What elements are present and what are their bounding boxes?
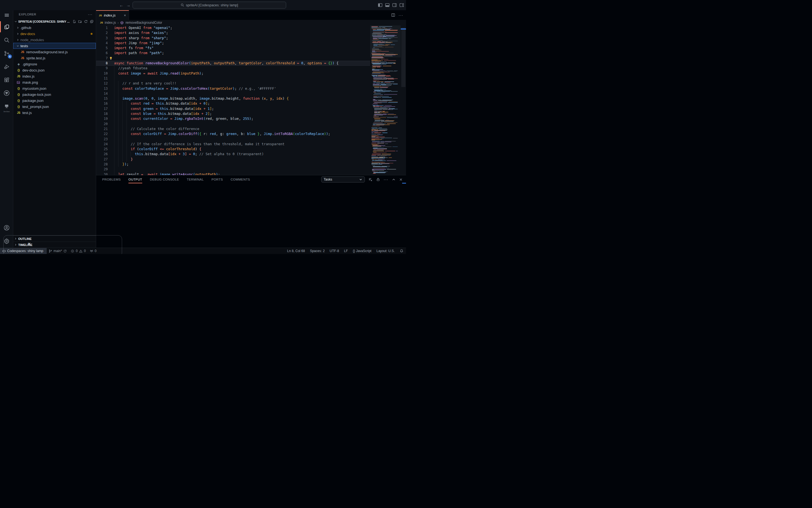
tree-item-node-modules[interactable]: node_modules [13, 37, 96, 43]
split-editor-button[interactable] [391, 13, 395, 17]
code-line-2[interactable]: 2import axios from "axios"; [96, 30, 370, 35]
code-line-26[interactable]: 26 this.bitmap.data[idx + 3] = 0; // Set… [96, 152, 370, 157]
output-channel-select[interactable]: Tasks [321, 176, 365, 182]
nav-forward-button[interactable]: → [126, 3, 130, 7]
sidebar-item-extensions[interactable] [0, 73, 13, 86]
new-folder-button[interactable] [78, 19, 82, 24]
notifications-bell-button[interactable] [397, 248, 406, 254]
editor-scrollbar[interactable] [401, 26, 406, 175]
tree-item--github[interactable]: .github [13, 25, 96, 31]
outline-section-header[interactable]: OUTLINE [13, 236, 96, 242]
refresh-button[interactable] [84, 19, 88, 24]
code-line-28[interactable]: 28 }); [96, 162, 370, 167]
code-line-5[interactable]: 5import fs from "fs" [96, 46, 370, 50]
lightbulb-icon[interactable] [109, 56, 113, 60]
code-line-15[interactable]: 15 image.scan(0, 0, image.bitmap.width, … [96, 96, 370, 101]
code-line-7[interactable]: 7 [96, 56, 370, 61]
sidebar-item-run-debug[interactable] [0, 60, 13, 73]
command-center-search[interactable]: spriteAI [Codespaces: shiny lamp] [132, 2, 286, 8]
collapse-folders-button[interactable] [90, 19, 94, 24]
customize-layout-button[interactable] [399, 2, 404, 8]
panel-tab-terminal[interactable]: TERMINAL [187, 175, 204, 183]
panel-tab-ports[interactable]: PORTS [211, 175, 223, 183]
code-line-27[interactable]: 27 } [96, 157, 370, 162]
code-line-20[interactable]: 20 [96, 122, 370, 126]
tree-item-dev-docs-json[interactable]: {}dev-docs.json [13, 67, 96, 73]
remote-indicator[interactable]: Codespaces: shiny lamp [0, 248, 47, 254]
panel-tab-debug-console[interactable]: DEBUG CONSOLE [150, 175, 179, 183]
tree-item-mask-png[interactable]: mask.png [13, 79, 96, 85]
accounts-button[interactable] [0, 221, 13, 235]
sidebar-item-search[interactable] [0, 33, 13, 47]
tab-close-button[interactable]: × [124, 13, 126, 17]
code-line-11[interactable]: 11 [96, 76, 370, 81]
code-line-16[interactable]: 16 const red = this.bitmap.data[idx + 0]… [96, 101, 370, 106]
menu-button[interactable] [0, 10, 13, 20]
code-line-12[interactable]: 12 // r and t are very cool!! [96, 81, 370, 86]
toggle-secondary-sidebar-button[interactable] [392, 2, 397, 8]
sidebar-item-source-control[interactable]: 5 [0, 47, 13, 60]
close-panel-button[interactable] [399, 178, 403, 181]
sidebar-item-github[interactable] [0, 86, 13, 100]
tree-item-package-json[interactable]: {}package.json [13, 97, 96, 103]
status-eol[interactable]: LF [342, 248, 351, 254]
sidebar-item-explorer[interactable] [0, 20, 13, 33]
tree-item-dev-docs[interactable]: dev-docs [13, 31, 96, 37]
tree-item-test-js[interactable]: JStest.js [13, 110, 96, 116]
panel-tab-problems[interactable]: PROBLEMS [102, 175, 121, 183]
code-line-24[interactable]: 24 // If the color difference is less th… [96, 142, 370, 146]
code-line-9[interactable]: 9 //yeah fdsatea [96, 66, 370, 71]
settings-button[interactable] [0, 235, 13, 248]
code-line-13[interactable]: 13 const colorToReplace = Jimp.cssColorT… [96, 86, 370, 91]
ports-indicator[interactable]: 0 [88, 248, 98, 254]
minimap[interactable] [370, 26, 401, 175]
code-line-3[interactable]: 3import sharp from "sharp"; [96, 36, 370, 41]
code-line-22[interactable]: 22 const colorDiff = Jimp.colorDiff({ r:… [96, 131, 370, 136]
status-cursor-position[interactable]: Ln 8, Col 68 [284, 248, 308, 254]
new-file-button[interactable] [72, 19, 76, 24]
toggle-panel-button[interactable] [384, 2, 390, 8]
branch-indicator[interactable]: main* [47, 248, 69, 254]
sidebar-item-dev-docs[interactable]: Dev-Docs [0, 100, 13, 113]
code-line-21[interactable]: 21 // Calculate the color difference [96, 126, 370, 131]
editor-more-actions-button[interactable]: ··· [399, 13, 403, 17]
editor-code[interactable]: 1import OpenAI from "openai";2import axi… [96, 26, 370, 175]
status-indentation[interactable]: Spaces: 2 [308, 248, 327, 254]
status-language-mode[interactable]: {} JavaScript [351, 248, 374, 254]
tree-item-package-lock-json[interactable]: {}package-lock.json [13, 91, 96, 97]
panel-tab-output[interactable]: OUTPUT [128, 175, 142, 183]
code-line-14[interactable]: 14 [96, 91, 370, 96]
status-encoding[interactable]: UTF-8 [327, 248, 342, 254]
code-line-29[interactable]: 29 [96, 167, 370, 172]
code-line-4[interactable]: 4import Jimp from "jimp"; [96, 41, 370, 46]
code-line-19[interactable]: 19 const currentColor = Jimp.rgbaToInt(r… [96, 116, 370, 121]
code-line-6[interactable]: 6import path from "path"; [96, 50, 370, 55]
code-line-23[interactable]: 23 [96, 137, 370, 142]
workspace-section-header[interactable]: SPRITEAI [CODESPACES: SHINY ... [13, 18, 96, 25]
maximize-panel-button[interactable] [392, 178, 396, 181]
toggle-primary-sidebar-button[interactable] [377, 2, 383, 8]
code-line-8[interactable]: 8async function removeBackgroundColor(in… [96, 61, 370, 66]
code-line-30[interactable]: 30 let result = await image.writeAsync(o… [96, 172, 370, 175]
panel-more-actions-button[interactable]: ··· [383, 177, 388, 182]
editor[interactable]: 1import OpenAI from "openai";2import axi… [96, 26, 406, 175]
code-line-25[interactable]: 25 if (colorDiff <= colorThreshold) { [96, 146, 370, 152]
code-line-17[interactable]: 17 const green = this.bitmap.data[idx + … [96, 106, 370, 111]
problems-indicator[interactable]: 0 0 [69, 248, 88, 254]
breadcrumb-file[interactable]: index.js [105, 21, 116, 25]
nav-back-button[interactable]: ← [119, 3, 123, 7]
tree-item-mycustom-json[interactable]: {}mycustom.json [13, 85, 96, 91]
tree-item-removebackground-test-js[interactable]: JSremoveBackground.test.js [13, 49, 96, 55]
breadcrumb-symbol[interactable]: removeBackgroundColor [125, 21, 162, 25]
tree-item--gitignore[interactable]: ◆.gitignore [13, 61, 96, 67]
tree-item-index-js[interactable]: JSindex.js [13, 73, 96, 79]
code-line-1[interactable]: 1import OpenAI from "openai"; [96, 26, 370, 30]
lock-output-button[interactable] [376, 177, 380, 181]
tab-index-js[interactable]: JS index.js × [96, 10, 129, 20]
tree-item-tests[interactable]: tests [13, 43, 96, 49]
code-line-18[interactable]: 18 const blue = this.bitmap.data[idx + 2… [96, 111, 370, 116]
status-keyboard-layout[interactable]: Layout: U.S. [374, 248, 397, 254]
scrollbar-thumb[interactable] [401, 28, 405, 87]
clear-output-button[interactable] [368, 177, 373, 182]
explorer-more-actions-button[interactable]: ··· [88, 12, 92, 16]
